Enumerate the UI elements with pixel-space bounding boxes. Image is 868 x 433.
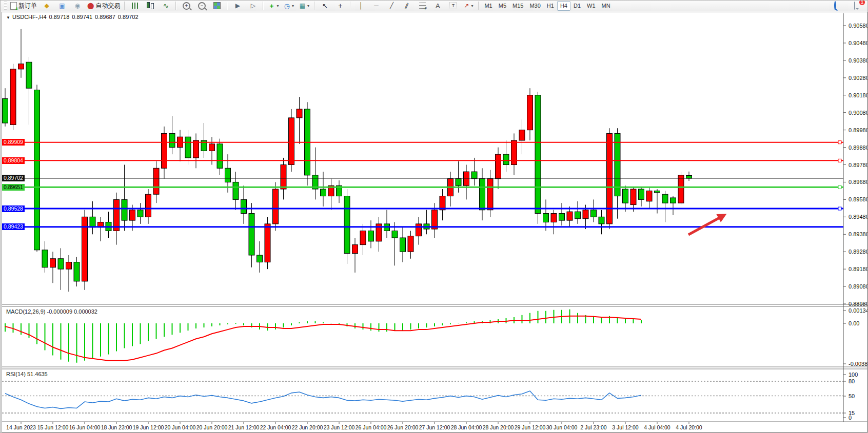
candle-body	[408, 236, 413, 252]
zoom-out-button[interactable]: −	[194, 1, 209, 11]
tile-windows-button[interactable]	[209, 1, 225, 11]
candle-body	[321, 189, 326, 196]
chart-shift-button[interactable]: ▷	[245, 1, 261, 11]
signals-button[interactable]: ◉	[70, 1, 85, 11]
chart-window[interactable]: ▼USDCHF-,H40.897180.897410.896870.89702 …	[2, 12, 867, 432]
candlestick-chart-button[interactable]	[143, 1, 158, 11]
arrow-annotation[interactable]	[688, 217, 721, 235]
text-icon: A	[436, 3, 440, 9]
publish-icon: ▣	[59, 3, 65, 9]
macd-axis-max: 0.001349	[849, 307, 868, 314]
channel-button[interactable]: ∥	[399, 1, 415, 11]
auto-scroll-button[interactable]: ▶	[230, 1, 245, 11]
arrows-button[interactable]: ↗▾	[461, 1, 476, 11]
candle-body	[623, 189, 628, 203]
timeframe-d1-button[interactable]: D1	[570, 1, 584, 11]
ohlc-close: 0.89702	[118, 14, 139, 20]
candle-body	[297, 109, 302, 118]
autotrading-button[interactable]: ⬤自动交易	[85, 1, 122, 11]
new-order-button[interactable]: +新订单	[8, 1, 39, 11]
resistance-line-2-handle-right[interactable]	[838, 159, 841, 162]
candle-body	[360, 231, 366, 244]
templates-icon: ▦	[300, 3, 305, 9]
periods-button[interactable]: ◷▾	[281, 1, 297, 11]
price-tick-label: 0.89180	[849, 266, 868, 272]
vertical-line-button[interactable]: │	[353, 1, 368, 11]
zoom-in-icon: +	[183, 2, 190, 10]
notifications-button[interactable]: 1	[847, 1, 862, 11]
metaeditor-button[interactable]: ◆	[39, 1, 54, 11]
indicators-button[interactable]: ＋▾	[266, 1, 281, 11]
resistance-line-1-handle-right[interactable]	[838, 141, 841, 144]
publish-button[interactable]: ▣	[54, 1, 70, 11]
macd-signal-value: 0.000032	[74, 308, 97, 315]
candle-body	[416, 224, 422, 236]
trendline-button[interactable]: ╱	[384, 1, 399, 11]
price-tick-label: 0.90480	[849, 40, 868, 46]
candle-body	[503, 154, 509, 164]
tile-windows-icon	[213, 2, 221, 9]
price-tick-label: 0.90180	[849, 92, 868, 98]
timeframe-m30-button[interactable]: M30	[526, 1, 543, 11]
cursor-button[interactable]: ↖	[317, 1, 332, 11]
arrows-icon: ↗	[464, 3, 469, 9]
candle-body	[90, 217, 95, 227]
templates-button[interactable]: ▦▾	[297, 1, 312, 11]
price-tick-label: 0.90280	[849, 75, 868, 81]
timeframe-m5-button[interactable]: M5	[496, 1, 509, 11]
candle-body	[480, 179, 485, 210]
rsi-axis-label: 0	[849, 415, 852, 421]
text-label-icon: T	[449, 3, 457, 9]
candle-body	[543, 214, 549, 222]
timeframe-m1-button[interactable]: M1	[481, 1, 495, 11]
candle-body	[400, 238, 406, 252]
chevron-down-icon: ▾	[471, 4, 473, 8]
line-chart-button[interactable]: ∿	[158, 1, 173, 11]
timeframe-w1-button[interactable]: W1	[584, 1, 599, 11]
candle-body	[265, 224, 270, 262]
candle-body	[273, 189, 279, 224]
search-button[interactable]	[827, 1, 843, 11]
candle-body	[630, 189, 636, 205]
candle-body	[34, 90, 40, 250]
candlestick-chart-icon	[147, 2, 154, 9]
horizontal-line-button[interactable]: ─	[368, 1, 384, 11]
macd-axis-zero: 0.00	[849, 320, 859, 326]
timeframe-mn-button[interactable]: MN	[599, 1, 614, 11]
candle-body	[352, 245, 358, 254]
candle-body	[662, 194, 668, 203]
rsi-axis-label: 50	[849, 393, 855, 399]
timeframe-h4-button[interactable]: H4	[557, 1, 570, 11]
price-tick-label: 0.89980	[849, 127, 868, 133]
text-label-button[interactable]: T	[445, 1, 461, 11]
line-chart-icon: ∿	[163, 2, 169, 9]
zoom-in-button[interactable]: +	[179, 1, 194, 11]
candle-body	[137, 210, 143, 217]
fibonacci-button[interactable]: F	[415, 1, 430, 11]
candle-body	[169, 133, 175, 147]
chart-shift-icon: ▷	[251, 3, 255, 9]
macd-axis-min: -0.00381	[849, 361, 868, 367]
chart-menu-icon[interactable]: ▼	[6, 15, 10, 20]
support-line-blue-1-handle-right[interactable]	[838, 207, 841, 210]
candle-body	[686, 176, 692, 178]
timeframe-h1-button[interactable]: H1	[544, 1, 557, 11]
candle-body	[535, 95, 541, 214]
timeframe-m15-button[interactable]: M15	[509, 1, 526, 11]
rsi-indicator-label: RSI(14) 51.4635	[6, 371, 48, 377]
text-button[interactable]: A	[430, 1, 445, 11]
candle-body	[559, 214, 565, 221]
support-line-green-handle-right[interactable]	[838, 185, 841, 189]
bid-price-line-price-label: 0.89702	[2, 175, 25, 181]
chart-canvas[interactable]	[2, 12, 868, 433]
price-tick-label: 0.89880	[849, 145, 868, 151]
channel-icon: ∥	[405, 3, 408, 9]
chat-icon	[854, 2, 855, 9]
bar-chart-button[interactable]	[127, 1, 143, 11]
candle-body	[607, 133, 613, 223]
notification-badge: 1	[859, 0, 865, 6]
candle-body	[50, 259, 56, 267]
rsi-line	[5, 391, 641, 408]
main-toolbar: +新订单◆▣◉⬤自动交易∿+−▶▷＋▾◷▾▦▾↖+│─╱∥FAT↗▾M1M5M1…	[1, 1, 868, 11]
crosshair-button[interactable]: +	[332, 1, 348, 11]
